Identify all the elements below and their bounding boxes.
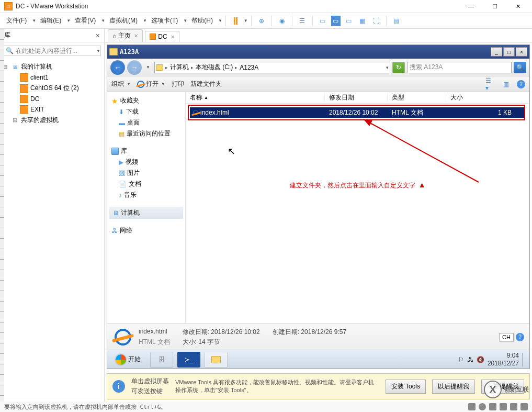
explorer-search-input[interactable]: 搜索 A123A: [407, 62, 512, 73]
menu-edit[interactable]: 编辑(E): [36, 14, 65, 27]
tree-my-computer[interactable]: ⊟ 🖥 我的计算机: [3, 61, 101, 72]
tree-vm-client1[interactable]: client1: [3, 72, 101, 83]
tray-clock[interactable]: 9:04 2018/12/27: [488, 352, 519, 367]
home-icon: ⌂: [112, 32, 116, 40]
tree-computer[interactable]: 🖥计算机: [109, 207, 183, 219]
view-fullscreen-icon[interactable]: ▭: [344, 16, 354, 26]
tree-desktop[interactable]: ▬桌面: [109, 117, 183, 128]
device-printer-icon[interactable]: [520, 403, 528, 410]
view-stretch-icon[interactable]: ⛶: [371, 16, 381, 26]
menu-help[interactable]: 帮助(H): [187, 14, 217, 27]
vmware-logo-icon: □: [4, 2, 13, 10]
nav-back-button[interactable]: ←: [110, 60, 125, 75]
snapshot-icon[interactable]: ⊕: [256, 16, 267, 26]
show-desktop[interactable]: [522, 353, 526, 366]
computer-icon: 🖥: [112, 209, 119, 217]
tree-vm-exit[interactable]: EXIT: [3, 104, 101, 115]
explorer-close[interactable]: ×: [516, 47, 527, 57]
explorer-minimize[interactable]: _: [491, 47, 502, 57]
snapshot-manager-icon[interactable]: ☰: [297, 16, 308, 26]
device-cd-icon[interactable]: [479, 403, 486, 410]
snapshot-revert-icon[interactable]: ◉: [277, 16, 287, 26]
menu-tabs[interactable]: 选项卡(T): [147, 14, 182, 27]
col-date[interactable]: 修改日期: [325, 93, 388, 102]
search-input[interactable]: [16, 47, 94, 54]
view-tile-icon[interactable]: ▦: [357, 16, 368, 26]
vm-icon: [20, 95, 28, 103]
menu-view[interactable]: 查看(V): [71, 14, 100, 27]
details-filename: index.html: [139, 328, 170, 337]
view-mode-icon[interactable]: ☰ ▾: [485, 80, 495, 89]
menu-vm[interactable]: 虚拟机(M): [105, 14, 142, 27]
toolbar-organize[interactable]: 组织 ▼: [111, 80, 131, 88]
toolbar-print[interactable]: 打印: [172, 80, 184, 88]
watermark-text: 创新互联: [504, 385, 529, 394]
sidebar-close-button[interactable]: ×: [96, 31, 100, 40]
ime-help-icon[interactable]: ?: [516, 333, 524, 341]
tree-downloads[interactable]: ⬇下载: [109, 106, 183, 117]
nav-history-dropdown[interactable]: ▼: [144, 65, 152, 70]
library-search[interactable]: 🔍 ▼: [3, 46, 101, 56]
menu-file[interactable]: 文件(F): [2, 14, 31, 27]
nav-forward-button[interactable]: →: [127, 60, 142, 75]
close-button[interactable]: ✕: [506, 1, 530, 12]
install-tools-button[interactable]: 安装 Tools: [386, 380, 426, 394]
task-explorer[interactable]: [205, 352, 228, 368]
col-size[interactable]: 大小: [446, 93, 529, 102]
device-hdd-icon[interactable]: [468, 403, 476, 410]
device-net-icon[interactable]: [489, 403, 496, 410]
details-pane: index.html 修改日期: 2018/12/26 10:02 创建日期: …: [107, 324, 529, 350]
tray-network-icon[interactable]: 🖧: [467, 356, 473, 363]
minimize-button[interactable]: —: [459, 1, 483, 12]
tree-network[interactable]: 🖧网络: [109, 225, 183, 236]
ime-indicator[interactable]: CH: [499, 333, 514, 341]
tree-pictures[interactable]: 🖼图片: [109, 168, 183, 179]
start-button[interactable]: 开始: [110, 352, 146, 367]
tree-documents[interactable]: 📄文档: [109, 179, 183, 190]
help-icon[interactable]: ?: [517, 80, 525, 88]
device-sound-icon[interactable]: [510, 403, 517, 410]
tab-home[interactable]: ⌂ 主页 ✕: [108, 29, 143, 42]
tab-dc[interactable]: DC ✕: [145, 31, 179, 42]
tree-video[interactable]: ▶视频: [109, 157, 183, 168]
view-unity-icon[interactable]: ▭: [331, 16, 341, 26]
address-bar[interactable]: ▸ 计算机 ▸ 本地磁盘 (C:) ▸ A123A ▾: [154, 62, 390, 73]
preview-pane-icon[interactable]: ▥: [501, 80, 511, 89]
col-type[interactable]: 类型: [388, 93, 446, 102]
tree-recent[interactable]: ▦最近访问的位置: [109, 128, 183, 139]
windows-taskbar: 开始 🗄 ≻_ ⚐ 🖧 🔇 9:04 2018/12/27: [107, 350, 529, 369]
task-server-manager[interactable]: 🗄: [150, 352, 173, 368]
tree-library[interactable]: 库: [109, 146, 183, 157]
toolbar-extra-icon[interactable]: ▤: [391, 16, 402, 26]
pause-button[interactable]: [231, 16, 241, 26]
tree-favorites[interactable]: ★收藏夹: [109, 95, 183, 106]
explorer-maximize[interactable]: □: [503, 47, 515, 57]
explorer-search-button[interactable]: 🔍: [514, 62, 526, 73]
refresh-button[interactable]: ↻: [392, 62, 405, 73]
view-console-icon[interactable]: ▭: [318, 16, 328, 26]
tree-vm-dc[interactable]: DC: [3, 94, 101, 104]
desktop-icon: ▬: [119, 119, 125, 127]
tray-flag-icon[interactable]: ⚐: [458, 356, 464, 363]
device-usb-icon[interactable]: [500, 403, 507, 410]
remind-later-button[interactable]: 以后提醒我: [432, 380, 475, 394]
tab-close-icon[interactable]: ✕: [171, 34, 175, 40]
info-icon: i: [112, 380, 125, 393]
vm-icon: [20, 84, 28, 93]
menu-bar: 文件(F)▼ 编辑(E)▼ 查看(V)▼ 虚拟机(M)▼ 选项卡(T)▼ 帮助(…: [0, 13, 532, 29]
tree-vm-centos[interactable]: CentOS 64 位 (2): [3, 83, 101, 94]
tab-close-icon[interactable]: ✕: [134, 33, 138, 39]
cursor-icon: ↖: [228, 146, 235, 157]
toolbar-open[interactable]: 打开 ▼: [137, 80, 165, 88]
tree-shared-vms[interactable]: ⊞共享的虚拟机: [3, 115, 101, 126]
search-dropdown-icon[interactable]: ▼: [96, 49, 100, 53]
task-powershell[interactable]: ≻_: [177, 352, 200, 368]
maximize-button[interactable]: ☐: [483, 1, 506, 12]
tree-music[interactable]: ♪音乐: [109, 190, 183, 201]
column-headers: 名称 ▲ 修改日期 类型 大小: [186, 92, 529, 104]
tray-sound-icon[interactable]: 🔇: [477, 356, 484, 363]
picture-icon: 🖼: [119, 170, 125, 177]
window-title: DC - VMware Workstation: [16, 3, 88, 10]
toolbar-new-folder[interactable]: 新建文件夹: [190, 80, 222, 88]
col-name[interactable]: 名称 ▲: [186, 93, 325, 102]
